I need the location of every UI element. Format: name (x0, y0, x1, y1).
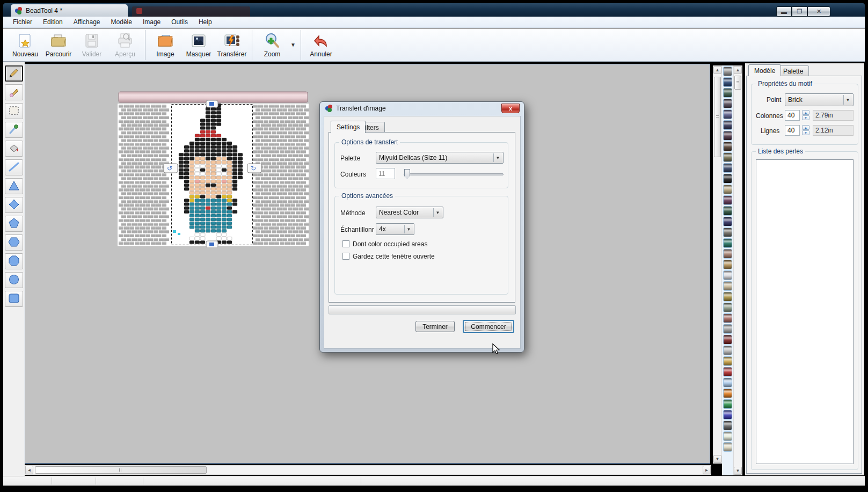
menu-item-edition[interactable]: Edition (38, 17, 68, 27)
bead-color-swatch[interactable] (723, 249, 732, 259)
commencer-button[interactable]: Commencer (463, 320, 514, 333)
bead-color-swatch[interactable] (723, 206, 732, 216)
bead-color-swatch[interactable] (723, 421, 732, 430)
tool-line[interactable] (5, 159, 23, 175)
bead-color-swatch[interactable] (723, 238, 732, 248)
dialog-close-button[interactable]: x (501, 104, 520, 113)
toolbar-button-image[interactable]: Image (149, 30, 182, 60)
toolbar-button-annuler[interactable]: Annuler (304, 30, 338, 60)
bead-color-swatch[interactable] (723, 346, 732, 355)
bead-color-swatch[interactable] (723, 142, 732, 151)
bead-color-swatch[interactable] (723, 163, 732, 173)
bead-color-swatch[interactable] (723, 88, 732, 98)
canvas-vscroll-thumb[interactable] (714, 77, 721, 157)
beads-listbox[interactable] (756, 159, 854, 464)
zoom-dropdown-arrow-icon[interactable]: ▼ (289, 30, 297, 60)
scroll-up-icon[interactable]: ▲ (713, 66, 721, 74)
tool-octagon[interactable] (5, 253, 23, 269)
tool-diamond[interactable] (5, 197, 23, 213)
bead-color-swatch[interactable] (723, 378, 732, 387)
canvas-vertical-scrollbar[interactable]: ▲ ▼ (713, 65, 722, 464)
toolbar-button-nouveau[interactable]: Nouveau (9, 30, 42, 60)
bead-color-swatch[interactable] (723, 195, 732, 205)
menu-item-help[interactable]: Help (193, 17, 217, 27)
bead-color-swatch[interactable] (723, 260, 732, 269)
dont-color-occupied-checkbox[interactable] (342, 240, 349, 247)
rows-stepper[interactable]: ▲▼ (802, 125, 809, 135)
bead-color-swatch[interactable] (723, 292, 732, 302)
tab-modele[interactable]: Modèle (748, 64, 781, 76)
bead-color-swatch[interactable] (723, 399, 732, 409)
bead-color-swatch[interactable] (723, 431, 732, 441)
bead-color-swatch[interactable] (723, 185, 732, 194)
toolbar-button-parcourir[interactable]: Parcourir (42, 30, 75, 60)
tab-palette[interactable]: Palette (777, 65, 809, 76)
restore-button[interactable]: ❐ (792, 6, 807, 17)
bead-color-swatch[interactable] (723, 442, 732, 452)
tool-eyedropper[interactable] (5, 122, 23, 138)
bead-color-swatch[interactable] (723, 388, 732, 398)
bead-color-swatch[interactable] (723, 324, 732, 334)
close-button[interactable]: ✕ (807, 6, 830, 17)
sampling-combobox[interactable]: 4x▼ (376, 223, 414, 235)
canvas-horizontal-scrollbar[interactable]: ◄ ► (25, 465, 711, 475)
bead-color-swatch[interactable] (723, 313, 732, 323)
menu-item-fichier[interactable]: Fichier (8, 17, 38, 27)
terminer-button[interactable]: Terminer (415, 321, 455, 332)
minimize-button[interactable]: ▬ (776, 6, 792, 17)
bead-color-swatch[interactable] (723, 270, 732, 280)
bead-pattern[interactable] (118, 90, 309, 247)
tool-paint-bucket[interactable] (5, 141, 23, 157)
toolbar-button-zoom[interactable]: Zoom (256, 30, 289, 60)
bead-color-swatch[interactable] (723, 99, 732, 108)
tool-pencil[interactable] (5, 65, 23, 82)
bead-color-swatch[interactable] (723, 109, 732, 119)
menu-item-affichage[interactable]: Affichage (68, 17, 106, 27)
menu-item-image[interactable]: Image (137, 17, 166, 27)
bead-strip-scrollbar[interactable]: ▲ ▼ (733, 65, 742, 475)
tool-eraser[interactable] (5, 84, 23, 100)
tool-rounded-rectangle[interactable] (5, 291, 23, 307)
tool-hexagon[interactable] (5, 234, 23, 251)
bead-color-swatch[interactable] (723, 120, 732, 130)
columns-stepper[interactable]: ▲▼ (802, 110, 809, 120)
colors-slider-thumb[interactable] (404, 169, 410, 179)
rows-input[interactable] (785, 125, 800, 136)
scroll-up-icon[interactable]: ▲ (734, 66, 742, 74)
scroll-down-icon[interactable]: ▼ (713, 455, 721, 463)
bead-color-swatch[interactable] (723, 335, 732, 344)
bead-color-swatch[interactable] (723, 281, 732, 291)
tool-pentagon[interactable] (5, 216, 23, 232)
bead-strip-scroll-thumb[interactable] (734, 76, 741, 90)
point-combobox[interactable]: Brick▼ (785, 93, 854, 106)
scroll-right-icon[interactable]: ► (703, 466, 711, 474)
bead-color-swatch[interactable] (723, 303, 732, 312)
tab-settings[interactable]: Settings (331, 121, 366, 133)
tool-ellipse[interactable] (5, 272, 23, 288)
canvas-hscroll-thumb[interactable] (35, 466, 207, 474)
bead-color-swatch[interactable] (723, 131, 732, 141)
menu-item-modèle[interactable]: Modèle (106, 17, 137, 27)
keep-window-open-checkbox[interactable] (342, 253, 349, 260)
bead-color-swatch[interactable] (723, 356, 732, 366)
bead-color-swatch[interactable] (723, 367, 732, 377)
palette-combobox[interactable]: Miyuki Delicas (Size 11)▼ (376, 152, 504, 164)
tool-triangle[interactable] (5, 178, 23, 194)
method-combobox[interactable]: Nearest Color▼ (376, 207, 443, 218)
menu-item-outils[interactable]: Outils (166, 17, 193, 27)
tool-select-rectangle[interactable] (5, 103, 23, 119)
toolbar-button-transferer[interactable]: Transférer (215, 30, 249, 60)
scroll-down-icon[interactable]: ▼ (734, 467, 742, 475)
colors-input[interactable] (376, 168, 395, 179)
bead-color-swatch[interactable] (723, 67, 732, 76)
toolbar-button-masquer[interactable]: Masquer (182, 30, 215, 60)
bead-color-swatch[interactable] (723, 410, 732, 420)
bead-color-swatch[interactable] (723, 227, 732, 237)
bead-color-swatch[interactable] (723, 217, 732, 226)
columns-input[interactable] (785, 110, 800, 121)
bead-color-swatch[interactable] (723, 77, 732, 87)
colors-slider[interactable] (404, 173, 504, 175)
bead-color-swatch[interactable] (723, 152, 732, 162)
scroll-left-icon[interactable]: ◄ (25, 466, 33, 474)
bead-color-swatch[interactable] (723, 174, 732, 183)
